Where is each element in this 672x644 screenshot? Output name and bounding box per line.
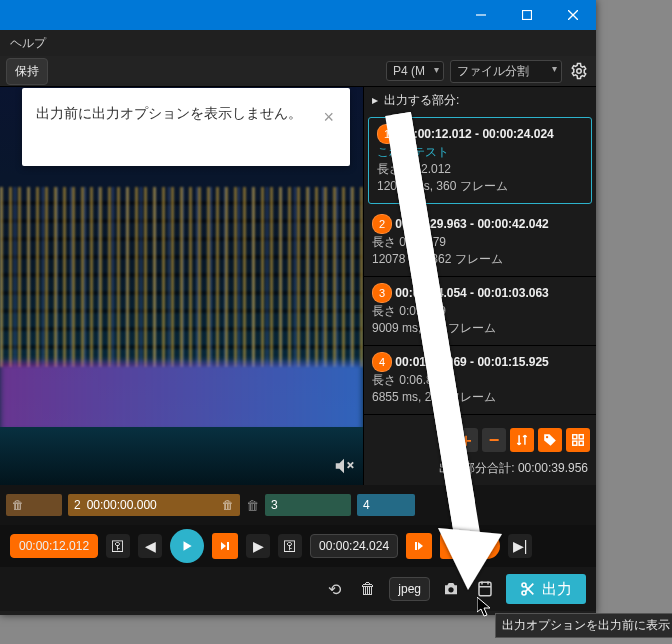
mute-icon[interactable] [333,455,355,477]
svg-point-7 [546,436,548,438]
segment-length: 長さ 0:12.012 [377,161,583,178]
skip-end-icon[interactable]: ▶| [508,534,532,558]
export-button[interactable]: 出力 [506,574,586,604]
svg-rect-9 [579,435,583,439]
camera-icon[interactable] [438,576,464,602]
segment-item[interactable]: 2 00:00:29.963 - 00:00:42.042 長さ 0:12.07… [364,208,596,277]
segments-total: 出力部分合計: 00:00:39.956 [364,456,596,485]
segment-badge: 4 [372,352,392,372]
segment-length: 長さ 0:06.856 [372,372,588,389]
split-combo[interactable]: ファイル分割 [450,60,562,83]
segment-range: 00:00:29.963 - 00:00:42.042 [395,217,548,231]
clip-label: 3 [271,498,278,512]
tag-button[interactable] [538,428,562,452]
segment-badge: 1 [377,124,397,144]
segment-item[interactable]: 4 00:01:09.069 - 00:01:15.925 長さ 0:06.85… [364,346,596,415]
segment-frames: 9009 ms, 270 フレーム [372,320,588,337]
timeline-clip[interactable]: 4 [357,494,415,516]
toast-message: 出力前に出力オプションを表示しません。 [36,104,302,124]
remove-segment-button[interactable]: − [482,428,506,452]
svg-point-12 [448,587,453,592]
scissors-icon [520,581,536,597]
segment-length: 長さ 0:12.079 [372,234,588,251]
segment-range: 00:00:12.012 - 00:00:24.024 [400,127,553,141]
gear-icon[interactable] [568,60,590,82]
cut-start-button[interactable] [406,533,432,559]
timeline-clip[interactable]: 🗑 [6,494,62,516]
trash-icon[interactable]: 🗑 [222,498,234,512]
segment-count-badge: 2 [474,533,500,559]
segments-heading-label: 出力する部分: [384,92,459,109]
screenshot-format[interactable]: jpeg [389,577,430,601]
segment-badge: 3 [372,283,392,303]
add-segment-button[interactable]: ＋ [454,428,478,452]
tooltip: 出力オプションを出力前に表示？ [495,613,672,638]
in-time[interactable]: 00:00:12.012 [10,534,98,558]
playback-controls: 00:00:12.012 ⚿ ◀ ▶ ⚿ 00:00:24.024 2 ▶| [0,525,596,567]
svg-rect-13 [479,582,491,596]
format-combo[interactable]: P4 (M [386,61,444,81]
bottom-bar: ⟲ 🗑 jpeg 出力 [0,567,596,611]
svg-point-4 [577,69,582,74]
keyframe-right-icon[interactable]: ⚿ [278,534,302,558]
segment-badge: 2 [372,214,392,234]
segment-frames: 12012 ms, 360 フレーム [377,178,583,195]
clip-time: 00:00:00.000 [87,498,157,512]
keep-chip[interactable]: 保持 [6,58,48,85]
svg-point-14 [522,583,526,587]
step-forward-button[interactable] [212,533,238,559]
export-label: 出力 [542,580,572,599]
clip-label: 2 [74,498,81,512]
segment-title: これはテスト [377,144,583,161]
svg-point-15 [522,591,526,595]
trash-icon[interactable]: 🗑 [246,498,259,513]
rotate-icon[interactable]: ⟲ [321,576,347,602]
segment-range: 00:01:09.069 - 00:01:15.925 [395,355,548,369]
svg-rect-8 [573,435,577,439]
segment-range: 00:00:54.054 - 00:01:03.063 [395,286,548,300]
cursor-icon [477,597,493,617]
segment-frames: 6855 ms, 205 フレーム [372,389,588,406]
prev-icon[interactable]: ◀ [138,534,162,558]
svg-rect-10 [573,441,577,445]
next-icon[interactable]: ▶ [246,534,270,558]
segments-heading[interactable]: ▸ 出力する部分: [364,87,596,113]
segment-toolbar: ＋ − [364,424,596,456]
sort-button[interactable] [510,428,534,452]
grid-button[interactable] [566,428,590,452]
play-button[interactable] [170,529,204,563]
minimize-button[interactable] [458,0,504,30]
chevron-right-icon: ▸ [372,93,378,107]
segment-item[interactable]: 3 00:00:54.054 - 00:01:03.063 長さ 0:09.00… [364,277,596,346]
menubar: ヘルプ [0,30,596,56]
trash-icon[interactable]: 🗑 [12,498,24,512]
titlebar [0,0,596,30]
menu-help[interactable]: ヘルプ [10,35,46,52]
segment-item[interactable]: 1 00:00:12.012 - 00:00:24.024 これはテスト 長さ … [368,117,592,204]
close-button[interactable] [550,0,596,30]
svg-rect-1 [523,11,532,20]
segment-length: 長さ 0:09.009 [372,303,588,320]
segments-panel: ▸ 出力する部分: 1 00:00:12.012 - 00:00:24.024 … [363,87,596,485]
timeline[interactable]: 🗑 2 00:00:00.000 🗑 🗑 3 4 [0,485,596,525]
toolbar: 保持 P4 (M ファイル分割 [0,56,596,87]
timeline-clip[interactable]: 3 [265,494,351,516]
out-time[interactable]: 00:00:24.024 [310,534,398,558]
clip-label: 4 [363,498,370,512]
keyframe-left-icon[interactable]: ⚿ [106,534,130,558]
toast-popup: 出力前に出力オプションを表示しません。 × [22,88,350,166]
timeline-clip[interactable]: 2 00:00:00.000 🗑 [68,494,240,516]
maximize-button[interactable] [504,0,550,30]
close-icon[interactable]: × [319,104,338,131]
svg-rect-11 [579,441,583,445]
delete-icon[interactable]: 🗑 [355,576,381,602]
cut-end-button[interactable] [440,533,466,559]
segment-frames: 12078 ms, 362 フレーム [372,251,588,268]
